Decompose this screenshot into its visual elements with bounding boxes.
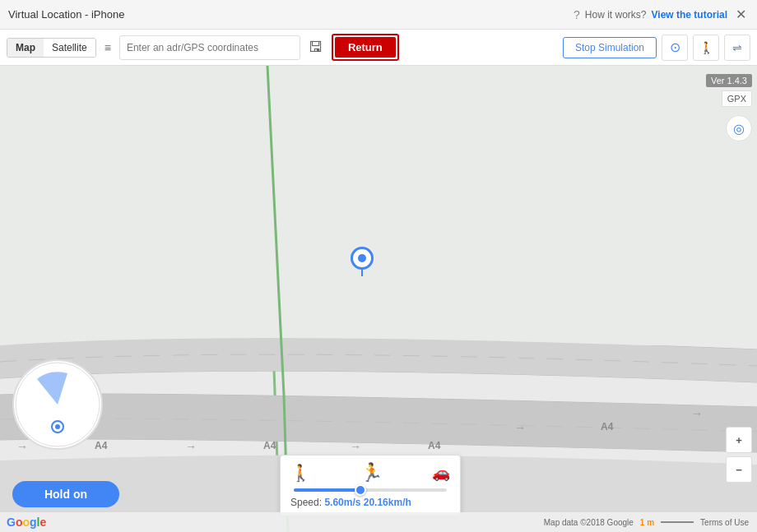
zoom-in-button[interactable]: + — [726, 427, 752, 453]
target-icon-btn[interactable]: ⊙ — [662, 35, 688, 61]
satellite-tab[interactable]: Satellite — [44, 39, 95, 57]
list-icon[interactable]: ≡ — [101, 38, 114, 58]
title-bar: Virtual Location - iPhone ? How it works… — [0, 0, 757, 30]
scale-label: 1 m — [640, 518, 654, 527]
google-logo: Google — [7, 516, 46, 529]
pin-stem — [361, 270, 363, 276]
version-badge: Ver 1.4.3 — [706, 74, 752, 87]
road-label-4: A4 — [601, 421, 613, 433]
speed-value: 5.60m/s 20.16km/h — [324, 497, 411, 508]
road-label-3: A4 — [428, 440, 440, 451]
titlebar-left: Virtual Location - iPhone — [8, 8, 124, 21]
arrow-2: → — [185, 440, 197, 453]
zoom-controls: + − — [726, 427, 752, 483]
stop-simulation-button[interactable]: Stop Simulation — [563, 37, 657, 58]
gps-target-button[interactable]: ◎ — [726, 115, 752, 141]
tutorial-link[interactable]: View the tutorial — [652, 9, 727, 21]
map-container[interactable]: Ver 1.4.3 → A4 → A4 → A4 → A4 → Hold on … — [0, 66, 757, 532]
save-icon[interactable]: 🖫 — [305, 37, 327, 58]
svg-point-6 — [55, 424, 60, 429]
arrow-4: → — [514, 421, 526, 434]
help-icon: ? — [574, 8, 580, 21]
toolbar: Map Satellite ≡ 🖫 Return Stop Simulation… — [0, 30, 757, 66]
logo-g2: g — [30, 516, 37, 529]
help-text: How it works? — [585, 9, 647, 21]
app-title: Virtual Location - iPhone — [8, 8, 124, 21]
gpx-button[interactable]: GPX — [722, 90, 752, 107]
scale-bar — [661, 521, 694, 523]
titlebar-right: ? How it works? View the tutorial ✕ — [574, 7, 749, 23]
logo-e: e — [39, 516, 46, 529]
compass-widget — [12, 359, 103, 450]
logo-g: G — [7, 516, 16, 529]
bottom-bar: Google Map data ©2018 Google 1 m Terms o… — [0, 512, 757, 532]
speed-slider-fill — [294, 488, 358, 492]
speed-label: Speed: — [290, 497, 322, 508]
car-speed-icon: 🚗 — [432, 464, 450, 482]
road-label-1: A4 — [95, 440, 107, 451]
return-button-wrapper: Return — [332, 34, 399, 61]
target-icon: ⊙ — [670, 39, 680, 55]
arrow-5: → — [691, 407, 703, 420]
map-satellite-toggle: Map Satellite — [7, 38, 96, 58]
speed-widget: 🚶 🏃 🚗 Speed: 5.60m/s 20.16km/h — [280, 455, 461, 516]
walk-icon: 🚶 — [699, 41, 713, 54]
zoom-out-button[interactable]: − — [726, 456, 752, 483]
run-speed-icon: 🏃 — [360, 462, 383, 483]
speed-icons: 🚶 🏃 🚗 — [290, 462, 450, 483]
map-tab[interactable]: Map — [7, 39, 44, 57]
scale-line — [661, 521, 694, 523]
address-input[interactable] — [119, 35, 300, 60]
map-data-text: Map data ©2018 Google — [544, 518, 634, 527]
speed-text: Speed: 5.60m/s 20.16km/h — [290, 497, 450, 508]
location-pin — [351, 247, 374, 276]
road-label-2: A4 — [263, 440, 276, 451]
target-circle-icon: ◎ — [733, 121, 745, 136]
compass-svg — [14, 361, 101, 448]
logo-o2: o — [22, 516, 30, 529]
share-icon: ⇌ — [732, 41, 742, 54]
return-button[interactable]: Return — [335, 37, 396, 58]
share-icon-btn[interactable]: ⇌ — [724, 35, 750, 61]
close-button[interactable]: ✕ — [732, 7, 749, 23]
pin-inner — [358, 254, 366, 262]
speed-slider-thumb[interactable] — [355, 484, 366, 496]
hold-on-button[interactable]: Hold on — [12, 481, 119, 507]
arrow-3: → — [350, 440, 361, 453]
pin-outer — [351, 247, 374, 270]
arrow-1: → — [16, 440, 28, 453]
toolbar-right: Stop Simulation ⊙ 🚶 ⇌ — [563, 35, 750, 61]
speed-slider-track[interactable] — [294, 488, 447, 492]
walk-speed-icon: 🚶 — [290, 463, 311, 483]
walk-icon-btn[interactable]: 🚶 — [693, 35, 719, 61]
terms-link[interactable]: Terms of Use — [700, 518, 749, 527]
